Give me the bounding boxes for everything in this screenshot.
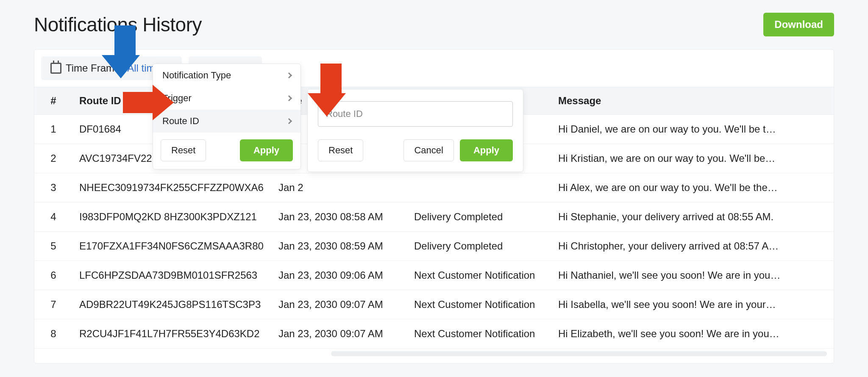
cell-trigger	[407, 173, 551, 202]
cell-time: Jan 23, 2030 09:06 AM	[272, 261, 407, 290]
cell-message: Hi Elizabeth, we'll see you soon! We are…	[551, 319, 834, 349]
cell-num: 1	[34, 115, 72, 144]
cell-time: Jan 2	[272, 173, 407, 202]
filter-item-label: Notification Type	[162, 70, 231, 81]
cell-message: Hi Nathaniel, we'll see you soon! We are…	[551, 261, 834, 290]
filter-item-route-id[interactable]: Route ID	[153, 110, 300, 133]
cell-num: 6	[34, 261, 72, 290]
filter-item-trigger[interactable]: Trigger	[153, 87, 300, 110]
cell-time: Jan 23, 2030 08:58 AM	[272, 202, 407, 232]
cell-num: 7	[34, 290, 72, 319]
route-reset-button[interactable]: Reset	[318, 139, 363, 161]
filters-menu: Notification Type Trigger Route ID Reset…	[153, 64, 301, 169]
cell-route: AD9BR22UT49K245JG8PS116TSC3P3	[72, 290, 272, 319]
cell-trigger: Delivery Completed	[407, 232, 551, 261]
cell-route: E170FZXA1FF34N0FS6CZMSAAA3R80	[72, 232, 272, 261]
horizontal-scrollbar[interactable]	[331, 351, 827, 356]
cell-route: I983DFP0MQ2KD 8HZ300K3PDXZ121	[72, 202, 272, 232]
calendar-icon	[50, 63, 61, 74]
cell-num: 5	[34, 232, 72, 261]
cell-message: Hi Alex, we are on our way to you. We'll…	[551, 173, 834, 202]
table-row[interactable]: 5E170FZXA1FF34N0FS6CZMSAAA3R80Jan 23, 20…	[34, 232, 834, 261]
cell-num: 2	[34, 144, 72, 173]
table-row[interactable]: 4I983DFP0MQ2KD 8HZ300K3PDXZ121Jan 23, 20…	[34, 202, 834, 232]
cell-num: 3	[34, 173, 72, 202]
chevron-right-icon	[286, 118, 292, 124]
annotation-arrow-red-2	[316, 64, 346, 116]
cell-trigger: Next Customer Notification	[407, 261, 551, 290]
cell-num: 8	[34, 319, 72, 349]
cell-trigger: Delivery Completed	[407, 202, 551, 232]
cell-message: Hi Isabella, we'll see you soon! We are …	[551, 290, 834, 319]
annotation-arrow-blue	[110, 25, 140, 78]
table-row[interactable]: 3NHEEC30919734FK255CFFZZP0WXA6Jan 2Hi Al…	[34, 173, 834, 202]
route-cancel-button[interactable]: Cancel	[403, 139, 453, 161]
col-header-message[interactable]: Message	[551, 87, 834, 115]
route-id-input[interactable]	[318, 101, 513, 127]
cell-message: Hi Daniel, we are on our way to you. We'…	[551, 115, 834, 144]
filter-item-notification-type[interactable]: Notification Type	[153, 64, 300, 87]
filters-reset-button[interactable]: Reset	[161, 139, 206, 161]
route-apply-button[interactable]: Apply	[460, 139, 513, 161]
cell-message: Hi Christopher, your delivery arrived at…	[551, 232, 834, 261]
cell-trigger: Next Customer Notification	[407, 319, 551, 349]
cell-route: R2CU4JF1F41L7H7FR55E3Y4D63KD2	[72, 319, 272, 349]
cell-trigger: Next Customer Notification	[407, 290, 551, 319]
chevron-right-icon	[286, 72, 292, 78]
table-row[interactable]: 7AD9BR22UT49K245JG8PS116TSC3P3Jan 23, 20…	[34, 290, 834, 319]
cell-time: Jan 23, 2030 08:59 AM	[272, 232, 407, 261]
cell-route: LFC6HPZSDAA73D9BM0101SFR2563	[72, 261, 272, 290]
col-header-num[interactable]: #	[34, 87, 72, 115]
chevron-right-icon	[286, 95, 292, 101]
table-row[interactable]: 6LFC6HPZSDAA73D9BM0101SFR2563Jan 23, 203…	[34, 261, 834, 290]
cell-message: Hi Kristian, we are on our way to you. W…	[551, 144, 834, 173]
cell-time: Jan 23, 2030 09:07 AM	[272, 319, 407, 349]
table-row[interactable]: 8R2CU4JF1F41L7H7FR55E3Y4D63KD2Jan 23, 20…	[34, 319, 834, 349]
cell-message: Hi Stephanie, your delivery arrived at 0…	[551, 202, 834, 232]
cell-num: 4	[34, 202, 72, 232]
filters-apply-button[interactable]: Apply	[240, 139, 293, 161]
download-button[interactable]: Download	[763, 13, 834, 36]
annotation-arrow-red-1	[123, 85, 174, 120]
cell-route: NHEEC30919734FK255CFFZZP0WXA6	[72, 173, 272, 202]
cell-time: Jan 23, 2030 09:07 AM	[272, 290, 407, 319]
